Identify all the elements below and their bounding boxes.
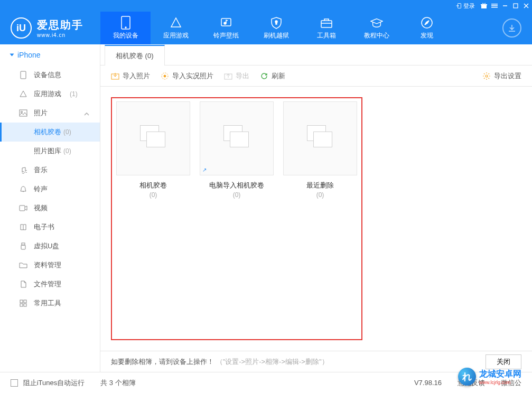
apps-small-icon [19, 90, 27, 98]
content-tab-cameraroll[interactable]: 相机胶卷 (0) [105, 45, 165, 66]
logo: iU 爱思助手 www.i4.cn [0, 17, 100, 39]
album-thumbnail: ↗ [200, 101, 274, 175]
chevron-down-icon [10, 54, 14, 57]
graduation-icon [370, 16, 383, 29]
svg-rect-22 [20, 205, 25, 211]
sidebar-item-tools[interactable]: 常用工具 [0, 294, 100, 313]
sidebar-item-apps[interactable]: 应用游戏 (1) [0, 85, 100, 104]
sidebar-item-music[interactable]: 音乐 [0, 161, 100, 180]
sidebar-sub-label: 相机胶卷 [34, 127, 61, 137]
image-icon [19, 109, 27, 117]
sidebar-device-name: iPhone [17, 51, 41, 59]
block-itunes-checkbox[interactable]: 阻止iTunes自动运行 [11, 378, 85, 388]
gear-icon [482, 72, 491, 80]
sidebar-label: 资料管理 [34, 260, 61, 270]
close-panel-button[interactable]: 关闭 [486, 354, 521, 369]
sidebar-label: 设备信息 [34, 70, 61, 80]
album-grid: 相机胶卷 (0) ↗ 电脑导入相机胶卷 (0) 最近删除 (0) [100, 87, 532, 351]
sidebar-label: 视频 [34, 203, 48, 213]
sidebar-header[interactable]: iPhone [0, 44, 100, 66]
svg-rect-1 [481, 5, 487, 8]
nav-tab-discover[interactable]: 发现 [402, 12, 452, 44]
sidebar-label: 电子书 [34, 222, 54, 232]
chevron-up-icon [84, 109, 89, 117]
sidebar-item-deviceinfo[interactable]: 设备信息 [0, 66, 100, 85]
logo-url: www.i4.cn [37, 32, 83, 38]
logo-title: 爱思助手 [37, 18, 83, 32]
nav-tab-jailbreak[interactable]: 刷机越狱 [251, 12, 301, 44]
sidebar-item-photos[interactable]: 照片 [0, 104, 100, 123]
hint-path: （"设置->照片->相簿->编辑->删除"） [216, 358, 329, 366]
sidebar-item-ebook[interactable]: 电子书 [0, 218, 100, 237]
nav-tab-device[interactable]: 我的设备 [100, 12, 151, 44]
apps-icon [170, 16, 182, 29]
file-icon [19, 280, 27, 288]
export-icon [224, 72, 232, 80]
toolbar: 导入照片 导入实况照片 导出 刷新 导出设置 [100, 66, 532, 87]
album-title: 电脑导入相机胶卷 [200, 181, 274, 190]
download-button[interactable] [502, 18, 521, 38]
minimize-button[interactable] [501, 2, 509, 10]
sidebar-sub-photolib[interactable]: 照片图库 (0) [0, 142, 100, 161]
export-settings-button[interactable]: 导出设置 [482, 71, 521, 81]
album-count-text: 共 3 个相簿 [100, 378, 135, 388]
music-small-icon [19, 166, 27, 174]
refresh-button[interactable]: 刷新 [260, 71, 285, 81]
checkbox-label: 阻止iTunes自动运行 [23, 379, 85, 387]
download-icon [508, 24, 516, 32]
usb-icon [19, 242, 27, 250]
sidebar-sub-cameraroll[interactable]: 相机胶卷 (0) [0, 123, 100, 142]
album-card-deleted[interactable]: 最近删除 (0) [283, 101, 357, 336]
import-live-button[interactable]: 导入实况照片 [161, 71, 213, 81]
watermark-text: 龙城安卓网 [479, 369, 521, 380]
import-icon [111, 72, 119, 80]
maximize-button[interactable] [512, 2, 519, 10]
nav-label: 刷机越狱 [264, 31, 289, 40]
list-icon[interactable] [491, 2, 498, 10]
header: iU 爱思助手 www.i4.cn 我的设备 应用游戏 铃声壁纸 刷机越狱 工具… [0, 12, 532, 44]
svg-rect-27 [20, 304, 23, 306]
nav-label: 发现 [421, 31, 433, 40]
svg-point-31 [164, 75, 166, 77]
sidebar-item-udisk[interactable]: 虚拟U盘 [0, 237, 100, 256]
hint-text: 如要删除相簿，请到设备上操作！ [111, 358, 214, 366]
refresh-icon [260, 72, 268, 80]
import-photo-button[interactable]: 导入照片 [111, 71, 150, 81]
shortcut-icon: ↗ [202, 167, 207, 173]
nav-tabs: 我的设备 应用游戏 铃声壁纸 刷机越狱 工具箱 教程中心 发现 [100, 12, 502, 44]
album-card-cameraroll[interactable]: 相机胶卷 (0) [116, 101, 190, 336]
bell-icon [19, 185, 27, 193]
titlebar: 登录 [0, 0, 532, 12]
svg-point-33 [486, 75, 488, 77]
checkbox-icon [11, 379, 18, 387]
nav-tab-apps[interactable]: 应用游戏 [151, 12, 201, 44]
sidebar-item-video[interactable]: 视频 [0, 199, 100, 218]
toolbox-icon [320, 16, 333, 29]
sidebar-count: (1) [70, 90, 78, 98]
sidebar-label: 音乐 [34, 165, 48, 175]
content-tab-label: 相机胶卷 (0) [116, 51, 154, 61]
music-icon [220, 16, 232, 29]
sidebar-item-data[interactable]: 资料管理 [0, 256, 100, 275]
phone-icon [19, 71, 27, 79]
gift-icon[interactable] [480, 2, 488, 10]
album-card-pcimport[interactable]: ↗ 电脑导入相机胶卷 (0) [200, 101, 274, 336]
close-button[interactable] [522, 2, 530, 10]
compass-icon [421, 16, 433, 29]
sidebar-label: 文件管理 [34, 279, 61, 289]
export-button: 导出 [224, 71, 249, 81]
sidebar-label: 照片 [34, 108, 48, 118]
nav-label: 教程中心 [364, 31, 389, 40]
nav-tab-tutorials[interactable]: 教程中心 [351, 12, 402, 44]
sidebar-item-ringtones[interactable]: 铃声 [0, 180, 100, 199]
nav-tab-tools[interactable]: 工具箱 [301, 12, 351, 44]
watermark-url: www.lcjrlg.com [479, 380, 521, 385]
login-icon [455, 3, 462, 9]
folder-icon [19, 261, 27, 269]
sidebar-label: 虚拟U盘 [34, 241, 59, 251]
sidebar-item-files[interactable]: 文件管理 [0, 275, 100, 294]
album-title: 最近删除 [283, 181, 357, 190]
login-button[interactable]: 登录 [453, 1, 477, 11]
svg-rect-5 [491, 7, 498, 8]
nav-tab-ringtones[interactable]: 铃声壁纸 [201, 12, 251, 44]
